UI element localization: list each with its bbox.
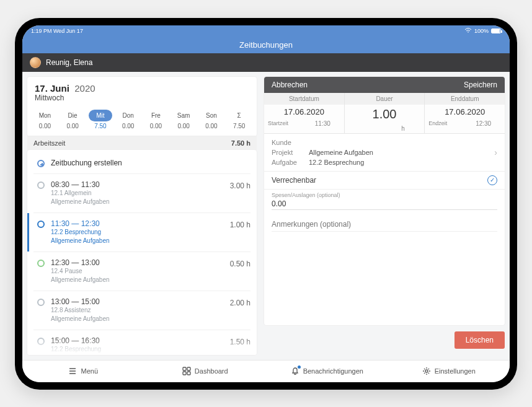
week-col[interactable]: Sam0.00 — [170, 110, 198, 129]
create-entry[interactable]: Zeitbuchung erstellen — [33, 152, 250, 174]
svg-rect-3 — [187, 372, 190, 375]
status-time: 1:19 PM Wed Jun 17 — [31, 28, 83, 34]
svg-rect-2 — [183, 372, 186, 375]
week-col[interactable]: Mit7.50 — [87, 110, 115, 129]
battery-pct: 100% — [474, 28, 489, 34]
screen: 1:19 PM Wed Jun 17 100% Zeitbuchungen Re… — [22, 25, 510, 382]
worktime-row: Arbeitszeit 7.50 h — [27, 136, 257, 150]
timeline-bullet — [37, 221, 45, 228]
check-icon: ✓ — [487, 175, 497, 185]
dashboard-icon — [182, 367, 191, 375]
timeline-bullet — [37, 299, 45, 306]
user-bar[interactable]: Reunig, Elena — [22, 53, 510, 72]
bell-icon — [291, 367, 299, 375]
time-entry[interactable]: 13:00 — 15:0012.8 AssistenzAllgemeine Au… — [33, 291, 250, 330]
notes-input[interactable] — [272, 217, 497, 232]
device-frame: 1:19 PM Wed Jun 17 100% Zeitbuchungen Re… — [15, 18, 517, 390]
week-bar: Mon0.00Die0.00Mit7.50Don0.00Fre0.00Sam0.… — [27, 106, 257, 136]
save-button[interactable]: Speichern — [464, 81, 497, 89]
week-col[interactable]: Son0.00 — [198, 110, 226, 129]
entries-list: Zeitbuchung erstellen 08:30 — 11:3012.1 … — [27, 150, 257, 355]
date-header: 17. Juni 2020 Mittwoch — [27, 77, 257, 106]
menu-icon — [68, 367, 77, 375]
billable-toggle[interactable]: Verrechenbar ✓ — [264, 171, 505, 190]
expenses-field: Spesen/Auslagen (optional) 0.00 — [264, 190, 505, 215]
time-entry[interactable]: 12:30 — 13:0012.4 PauseAllgemeine Aufgab… — [33, 252, 250, 291]
notes-field — [264, 215, 505, 237]
week-col[interactable]: Σ7.50 — [225, 110, 253, 129]
app-title: Zeitbuchungen — [22, 37, 510, 53]
delete-button[interactable]: Löschen — [454, 331, 505, 349]
week-col[interactable]: Don0.00 — [114, 110, 142, 129]
time-entry[interactable]: 11:30 — 12:3012.2 BesprechungAllgemeine … — [33, 213, 250, 252]
week-col[interactable]: Die0.00 — [59, 110, 87, 129]
nav-notifications[interactable]: Benachrichtigungen — [266, 361, 388, 382]
svg-rect-0 — [183, 367, 186, 370]
battery-icon — [491, 28, 501, 33]
week-col[interactable]: Fre0.00 — [142, 110, 170, 129]
chevron-right-icon: › — [494, 147, 497, 157]
detail-dates: Startdatum 17.06.2020 Startzeit11:30 Dau… — [264, 93, 505, 134]
nav-menu[interactable]: Menü — [22, 361, 144, 382]
detail-project[interactable]: Kunde ProjektAllgemeine Aufgaben Aufgabe… — [264, 134, 505, 171]
svg-point-4 — [425, 370, 428, 372]
wifi-icon — [464, 28, 472, 33]
week-col[interactable]: Mon0.00 — [31, 110, 59, 129]
cancel-button[interactable]: Abbrechen — [272, 81, 308, 89]
plus-icon — [37, 160, 45, 167]
svg-rect-1 — [187, 367, 190, 370]
nav-settings[interactable]: Einstellungen — [388, 361, 510, 382]
avatar — [30, 57, 41, 68]
gear-icon — [422, 367, 431, 375]
status-bar: 1:19 PM Wed Jun 17 100% — [22, 25, 510, 37]
notification-dot — [298, 365, 301, 369]
timeline-bullet — [37, 260, 45, 267]
nav-dashboard[interactable]: Dashboard — [144, 361, 267, 382]
bottom-bar: Menü Dashboard Benachrichtigungen Einste… — [22, 360, 510, 382]
time-entry[interactable]: 08:30 — 11:3012.1 AllgemeinAllgemeine Au… — [33, 174, 250, 213]
timeline-bullet — [37, 182, 45, 189]
user-name: Reunig, Elena — [46, 58, 92, 67]
